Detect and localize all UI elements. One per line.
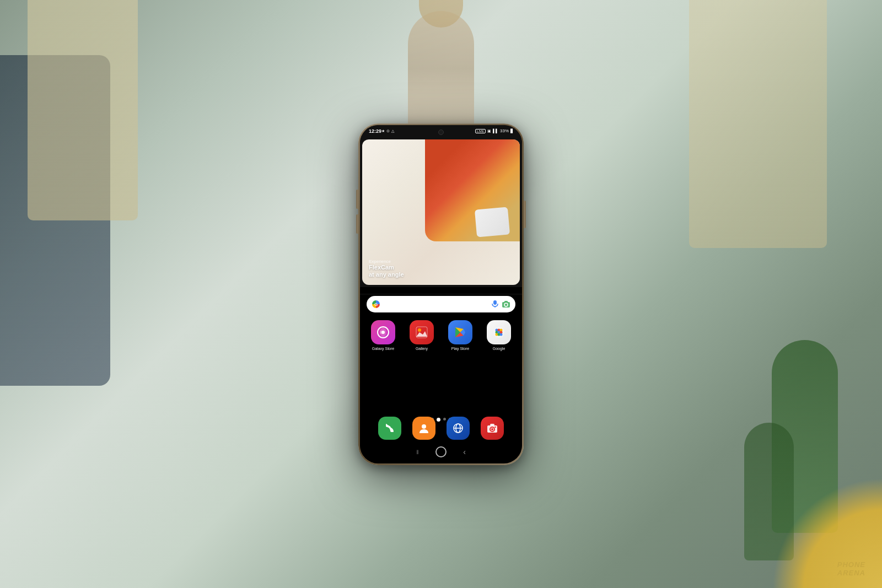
samsung-internet-app[interactable] — [447, 417, 470, 440]
main-scene: 12:29 ★ ⊙ △ LIVE ▣ ▌▌ 33% ▊ — [0, 0, 882, 588]
nav-bar: ⫴ ‹ — [360, 446, 522, 457]
notification-icon: ⊙ — [386, 129, 390, 133]
phonearena-watermark: PHONE ARENA — [837, 561, 865, 577]
volume-down-button — [356, 214, 358, 234]
contacts-app[interactable] — [412, 417, 435, 440]
widget-image — [425, 139, 520, 241]
volume-up-button — [356, 190, 358, 209]
home-button[interactable] — [435, 446, 447, 457]
svg-point-25 — [491, 428, 493, 430]
gallery-app[interactable]: Gallery — [407, 320, 436, 350]
fold-crease — [360, 293, 522, 295]
phone-upper-screen: 12:29 ★ ⊙ △ LIVE ▣ ▌▌ 33% ▊ — [360, 125, 522, 288]
status-icons-right: LIVE ▣ ▌▌ 33% ▊ — [475, 128, 513, 133]
play-store-label: Play Store — [451, 347, 469, 350]
phone-app[interactable] — [378, 417, 401, 440]
widget-headline: FlexCam at any angle — [369, 264, 513, 278]
battery-indicator: 33% — [500, 128, 509, 133]
status-icons-left: ★ ⊙ △ — [381, 129, 394, 133]
play-store-icon — [448, 320, 472, 344]
status-time: 12:29 — [369, 128, 381, 134]
recent-apps-icon[interactable]: ⫴ — [416, 449, 419, 456]
camera-app[interactable] — [481, 417, 504, 440]
svg-rect-4 — [504, 301, 508, 303]
star-icon: ★ — [381, 129, 385, 133]
widget-background: Experience FlexCam at any angle — [362, 139, 520, 285]
widget-tag: Experience — [369, 259, 513, 264]
wifi-icon: ▣ — [487, 129, 491, 133]
back-button[interactable]: ‹ — [463, 447, 466, 456]
galaxy-store-icon — [371, 320, 395, 344]
play-store-app[interactable]: Play Store — [446, 320, 475, 350]
phone-screen: 12:29 ★ ⊙ △ LIVE ▣ ▌▌ 33% ▊ — [360, 125, 522, 463]
app-grid: Galaxy Store Gallery — [360, 320, 522, 350]
dock — [360, 417, 522, 440]
svg-rect-26 — [490, 424, 494, 426]
galaxy-store-app[interactable]: Galaxy Store — [369, 320, 397, 350]
widget-text-area: Experience FlexCam at any angle — [369, 259, 513, 278]
selfie-camera — [438, 130, 444, 135]
battery-icon: ▊ — [510, 129, 513, 133]
svg-rect-0 — [493, 300, 497, 305]
google-label: Google — [493, 347, 505, 350]
voice-search-icon[interactable] — [491, 300, 499, 308]
svg-point-7 — [418, 328, 421, 332]
phone-frame: 12:29 ★ ⊙ △ LIVE ▣ ▌▌ 33% ▊ — [358, 123, 524, 465]
svg-rect-27 — [494, 427, 496, 428]
google-icon — [487, 320, 511, 344]
google-app[interactable]: Google — [485, 320, 513, 350]
signal-icon: ▌▌ — [493, 129, 498, 133]
live-label: LIVE — [475, 129, 486, 133]
lens-search-icon[interactable] — [502, 300, 510, 308]
google-search-bar[interactable]: G — [367, 296, 515, 312]
svg-point-18 — [500, 333, 503, 336]
google-logo: G — [372, 300, 380, 308]
location-icon: △ — [391, 129, 394, 133]
flexcam-widget: Experience FlexCam at any angle — [362, 139, 520, 285]
gallery-icon — [410, 320, 434, 344]
gallery-label: Gallery — [416, 347, 428, 350]
phone-lower-screen: G — [360, 287, 522, 463]
power-button — [524, 201, 526, 228]
phone: 12:29 ★ ⊙ △ LIVE ▣ ▌▌ 33% ▊ — [358, 123, 524, 465]
galaxy-store-label: Galaxy Store — [372, 347, 394, 350]
svg-point-19 — [422, 424, 426, 429]
